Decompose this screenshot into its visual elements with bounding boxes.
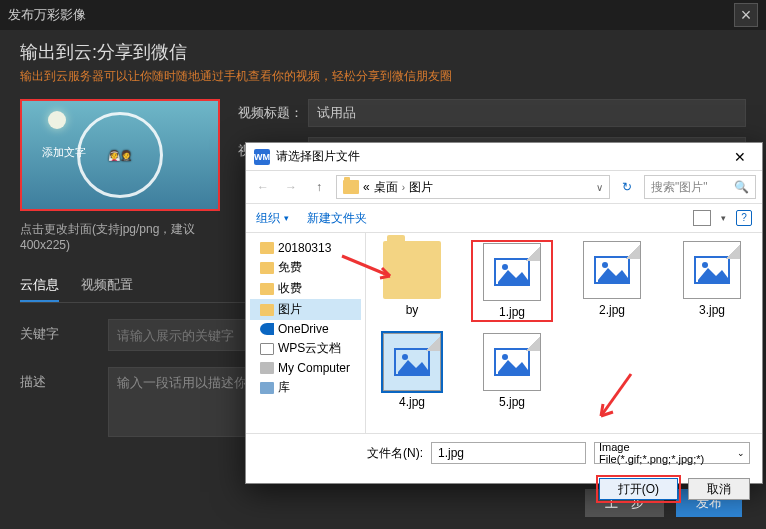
path-dropdown-icon[interactable]: ∨ <box>596 182 603 193</box>
svg-point-5 <box>702 262 708 268</box>
view-mode-icon[interactable] <box>693 210 711 226</box>
thumb-text: 添加文字 <box>42 145 86 160</box>
tree-item-免费[interactable]: 免费 <box>250 257 361 278</box>
tree-item-label: 收费 <box>278 280 302 297</box>
tab-cloud-info[interactable]: 云信息 <box>20 270 59 302</box>
chevron-right-icon: › <box>402 182 405 193</box>
file-name-label: by <box>372 303 452 317</box>
filter-text: Image File(*.gif;*.png;*.jpg;*) <box>599 441 737 465</box>
open-button[interactable]: 打开(O) <box>599 478 678 500</box>
folder-icon <box>260 343 274 355</box>
cancel-button[interactable]: 取消 <box>688 478 750 500</box>
file-dialog-nav: ← → ↑ « 桌面 › 图片 ∨ ↻ 搜索"图片" 🔍 <box>246 171 762 203</box>
file-item[interactable]: 2.jpg <box>572 241 652 321</box>
tree-item-收费[interactable]: 收费 <box>250 278 361 299</box>
tab-video-config[interactable]: 视频配置 <box>81 270 133 302</box>
keyword-label: 关键字 <box>20 319 108 351</box>
tree-item-WPS云文档[interactable]: WPS云文档 <box>250 338 361 359</box>
app-icon: WM <box>254 149 270 165</box>
file-dialog-close-icon[interactable]: ✕ <box>726 149 754 165</box>
cover-caption: 点击更改封面(支持jpg/png，建议400x225) <box>20 221 220 252</box>
tree-item-label: OneDrive <box>278 322 329 336</box>
image-file-icon <box>683 241 741 299</box>
search-icon: 🔍 <box>734 180 749 194</box>
dialog-title: 发布万彩影像 <box>8 6 86 24</box>
folder-icon <box>260 242 274 254</box>
file-item[interactable]: 3.jpg <box>672 241 752 321</box>
file-grid: by1.jpg2.jpg3.jpg4.jpg5.jpg <box>366 233 762 433</box>
title-bar: 发布万彩影像 × <box>0 0 766 30</box>
path-ellipsis: « <box>363 180 370 194</box>
nav-back-icon[interactable]: ← <box>252 176 274 198</box>
cover-section: 添加文字 👰🤵 点击更改封面(支持jpg/png，建议400x225) <box>20 99 220 252</box>
filename-input[interactable] <box>431 442 586 464</box>
video-title-label: 视频标题： <box>238 104 308 122</box>
tree-item-label: 免费 <box>278 259 302 276</box>
folder-icon <box>260 262 274 274</box>
chevron-down-icon: ▾ <box>284 213 289 223</box>
svg-point-1 <box>502 264 508 270</box>
chevron-down-icon: ⌄ <box>737 448 745 458</box>
file-item[interactable]: by <box>372 241 452 321</box>
file-dialog-title: 请选择图片文件 <box>276 148 360 165</box>
desc-label: 描述 <box>20 367 108 437</box>
folder-icon <box>383 241 441 299</box>
file-dialog-footer: 文件名(N): Image File(*.gif;*.png;*.jpg;*) … <box>246 433 762 508</box>
filename-label: 文件名(N): <box>367 445 423 462</box>
search-input[interactable]: 搜索"图片" 🔍 <box>644 175 756 199</box>
file-name-label: 5.jpg <box>472 395 552 409</box>
close-icon[interactable]: × <box>734 3 758 27</box>
image-file-icon <box>583 241 641 299</box>
tree-item-label: 图片 <box>278 301 302 318</box>
path-seg-desktop[interactable]: 桌面 <box>374 179 398 196</box>
file-item[interactable]: 5.jpg <box>472 333 552 409</box>
svg-point-9 <box>502 354 508 360</box>
export-hint: 输出到云服务器可以让你随时随地通过手机查看你的视频，轻松分享到微信朋友圈 <box>20 68 746 85</box>
folder-tree: 20180313免费收费图片OneDriveWPS云文档My Computer库 <box>246 233 366 433</box>
tree-item-label: My Computer <box>278 361 350 375</box>
folder-icon <box>260 323 274 335</box>
chevron-down-icon[interactable]: ▾ <box>721 213 726 223</box>
file-name-label: 4.jpg <box>372 395 452 409</box>
svg-point-7 <box>402 354 408 360</box>
nav-fwd-icon[interactable]: → <box>280 176 302 198</box>
tree-item-图片[interactable]: 图片 <box>250 299 361 320</box>
row-video-title: 视频标题： <box>238 99 746 127</box>
tree-item-20180313[interactable]: 20180313 <box>250 239 361 257</box>
file-name-label: 3.jpg <box>672 303 752 317</box>
tree-item-label: 20180313 <box>278 241 331 255</box>
folder-icon <box>260 283 274 295</box>
refresh-icon[interactable]: ↻ <box>616 176 638 198</box>
file-name-label: 2.jpg <box>572 303 652 317</box>
file-dialog-body: 20180313免费收费图片OneDriveWPS云文档My Computer库… <box>246 233 762 433</box>
cover-thumbnail[interactable]: 添加文字 👰🤵 <box>20 99 220 211</box>
tree-item-库[interactable]: 库 <box>250 377 361 398</box>
search-placeholder: 搜索"图片" <box>651 179 708 196</box>
photo-ring: 👰🤵 <box>77 112 163 198</box>
folder-icon <box>260 304 274 316</box>
filetype-filter[interactable]: Image File(*.gif;*.png;*.jpg;*) ⌄ <box>594 442 750 464</box>
file-open-dialog: WM 请选择图片文件 ✕ ← → ↑ « 桌面 › 图片 ∨ ↻ 搜索"图片" … <box>245 142 763 484</box>
image-file-icon <box>483 333 541 391</box>
new-folder-button[interactable]: 新建文件夹 <box>307 210 367 227</box>
file-dialog-toolbar: 组织▾ 新建文件夹 ▾ ? <box>246 203 762 233</box>
folder-icon <box>343 180 359 194</box>
file-item[interactable]: 4.jpg <box>372 333 452 409</box>
nav-up-icon[interactable]: ↑ <box>308 176 330 198</box>
folder-icon <box>260 362 274 374</box>
organize-menu[interactable]: 组织▾ <box>256 210 289 227</box>
file-item[interactable]: 1.jpg <box>472 241 552 321</box>
folder-icon <box>260 382 274 394</box>
tree-item-OneDrive[interactable]: OneDrive <box>250 320 361 338</box>
export-title: 输出到云:分享到微信 <box>20 40 746 64</box>
svg-point-3 <box>602 262 608 268</box>
help-icon[interactable]: ? <box>736 210 752 226</box>
path-seg-images[interactable]: 图片 <box>409 179 433 196</box>
image-file-icon <box>383 333 441 391</box>
tree-item-label: WPS云文档 <box>278 340 341 357</box>
file-dialog-titlebar: WM 请选择图片文件 ✕ <box>246 143 762 171</box>
path-breadcrumb[interactable]: « 桌面 › 图片 ∨ <box>336 175 610 199</box>
file-name-label: 1.jpg <box>472 305 552 319</box>
video-title-input[interactable] <box>308 99 746 127</box>
tree-item-My Computer[interactable]: My Computer <box>250 359 361 377</box>
